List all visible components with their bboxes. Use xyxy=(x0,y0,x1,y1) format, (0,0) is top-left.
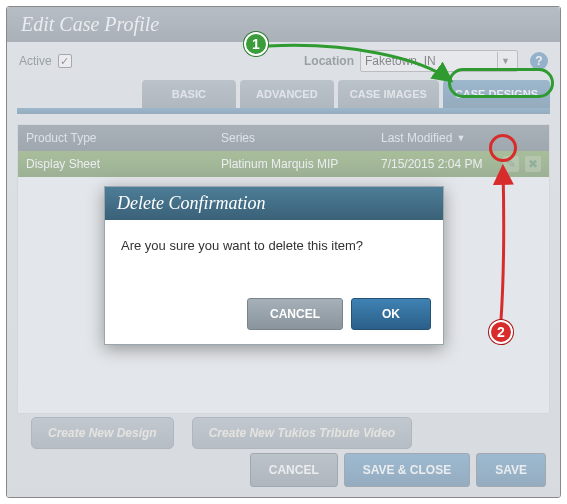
annotation-step-2: 2 xyxy=(489,320,513,344)
cell-series: Platinum Marquis MIP xyxy=(213,157,373,171)
grid-header: Product Type Series Last Modified ▼ xyxy=(18,125,549,151)
cell-product-type: Display Sheet xyxy=(18,157,213,171)
create-tukios-button[interactable]: Create New Tukios Tribute Video xyxy=(192,417,413,449)
tab-strip xyxy=(17,108,550,114)
col-series[interactable]: Series xyxy=(213,125,373,151)
cancel-button[interactable]: CANCEL xyxy=(250,453,338,487)
tab-advanced[interactable]: ADVANCED xyxy=(240,80,334,108)
modal-ok-button[interactable]: OK xyxy=(351,298,431,330)
location-label: Location xyxy=(304,54,354,68)
annotation-ring-tab xyxy=(448,68,554,98)
col-product-type[interactable]: Product Type xyxy=(18,125,213,151)
modal-actions: CANCEL OK xyxy=(105,290,443,344)
modal-body-text: Are you sure you want to delete this ite… xyxy=(105,220,443,290)
tab-basic[interactable]: BASIC xyxy=(142,80,236,108)
bottom-right-actions: CANCEL SAVE & CLOSE SAVE xyxy=(250,453,546,487)
active-checkbox[interactable]: ✓ xyxy=(58,54,72,68)
col-last-modified[interactable]: Last Modified ▼ xyxy=(373,125,493,151)
table-row[interactable]: Display Sheet Platinum Marquis MIP 7/15/… xyxy=(18,151,549,177)
save-button[interactable]: SAVE xyxy=(476,453,546,487)
location-value: Faketown, IN xyxy=(365,54,436,68)
col-last-modified-label: Last Modified xyxy=(381,131,452,145)
delete-confirmation-modal: Delete Confirmation Are you sure you wan… xyxy=(104,186,444,345)
cell-last-modified: 7/15/2015 2:04 PM xyxy=(373,157,493,171)
active-label: Active xyxy=(19,54,52,68)
window-title: Edit Case Profile xyxy=(7,7,560,42)
create-design-button[interactable]: Create New Design xyxy=(31,417,174,449)
delete-icon[interactable]: ✖ xyxy=(525,156,541,172)
save-close-button[interactable]: SAVE & CLOSE xyxy=(344,453,470,487)
tab-case-images[interactable]: CASE IMAGES xyxy=(338,80,439,108)
modal-title: Delete Confirmation xyxy=(105,187,443,220)
sort-desc-icon: ▼ xyxy=(456,133,465,143)
bottom-left-actions: Create New Design Create New Tukios Trib… xyxy=(31,417,412,449)
annotation-ring-delete xyxy=(489,134,517,162)
annotation-step-1: 1 xyxy=(244,32,268,56)
modal-cancel-button[interactable]: CANCEL xyxy=(247,298,343,330)
